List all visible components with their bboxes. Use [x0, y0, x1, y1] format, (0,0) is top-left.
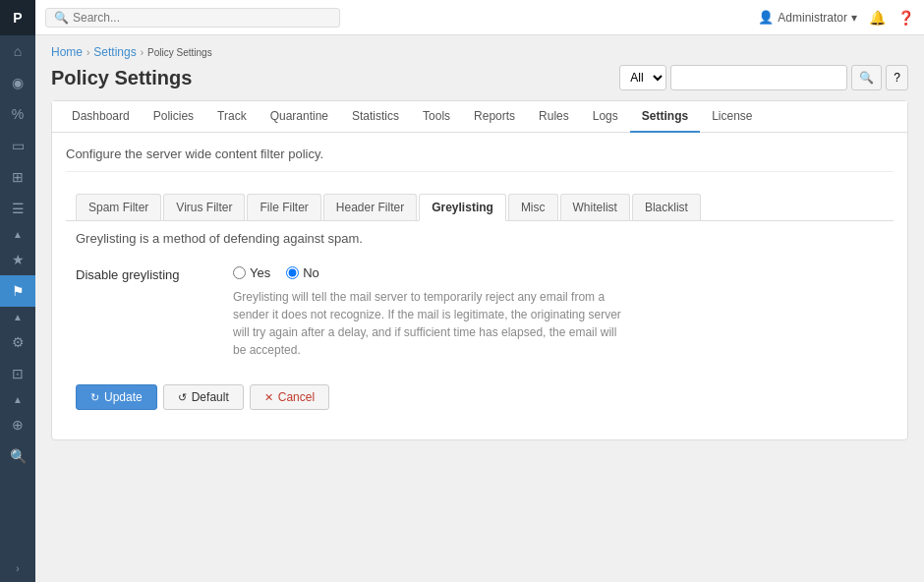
tab-tools[interactable]: Tools — [411, 101, 462, 133]
topbar-right: 👤 Administrator ▾ 🔔 ❓ — [758, 10, 914, 26]
default-label: Default — [192, 390, 229, 404]
admin-chevron-icon: ▾ — [851, 11, 857, 25]
chevron-up-icon-2: ▲ — [13, 312, 23, 322]
subtab-spam-filter[interactable]: Spam Filter — [76, 194, 161, 220]
tab-logs[interactable]: Logs — [581, 101, 630, 133]
help-icon[interactable]: ❓ — [897, 10, 914, 26]
tab-dashboard[interactable]: Dashboard — [60, 101, 142, 133]
content-area: Home › Settings › Policy Settings Policy… — [35, 35, 924, 582]
sidebar-section-3[interactable]: ▲ — [0, 389, 35, 409]
search-input[interactable] — [73, 11, 331, 25]
chevron-up-icon-3: ▲ — [13, 394, 23, 405]
tab-settings[interactable]: Settings — [630, 101, 700, 133]
breadcrumb-sep-1: › — [87, 47, 89, 58]
main-card: Dashboard Policies Track Quarantine Stat… — [51, 100, 908, 440]
topbar: 🔍 👤 Administrator ▾ 🔔 ❓ — [35, 0, 924, 35]
tab-rules[interactable]: Rules — [527, 101, 581, 133]
sidebar-item-monitor[interactable]: ▭ — [0, 130, 35, 161]
form-controls: Yes No Greylisting will tell the mail se… — [233, 265, 884, 359]
admin-label: Administrator — [778, 11, 847, 25]
tab-track[interactable]: Track — [205, 101, 259, 133]
search-box[interactable]: 🔍 — [45, 8, 340, 28]
panel: Configure the server wide content filter… — [52, 133, 907, 439]
cancel-icon: ✕ — [264, 391, 273, 404]
sidebar-item-star[interactable]: ★ — [0, 244, 35, 275]
search-icon: 🔍 — [54, 11, 69, 25]
update-icon: ↻ — [90, 391, 99, 404]
radio-yes[interactable] — [233, 266, 246, 279]
sidebar-item-percent[interactable]: % — [0, 98, 35, 130]
filter-select[interactable]: All — [619, 65, 666, 90]
radio-yes-label[interactable]: Yes — [233, 265, 270, 280]
page-title-row: Policy Settings All 🔍 ? — [51, 65, 908, 90]
tab-reports[interactable]: Reports — [462, 101, 527, 133]
sidebar-item-lock[interactable]: ⊕ — [0, 409, 35, 440]
sidebar-section-1[interactable]: ▲ — [0, 224, 35, 244]
sidebar-item-apps[interactable]: ⊞ — [0, 161, 35, 193]
breadcrumb: Home › Settings › Policy Settings — [51, 45, 908, 59]
subtab-blacklist[interactable]: Blacklist — [632, 194, 701, 220]
sidebar-collapse-btn[interactable]: › — [0, 554, 35, 582]
greylisting-note: Greylisting is a method of defending aga… — [66, 221, 894, 256]
breadcrumb-settings[interactable]: Settings — [93, 45, 136, 59]
subtabs: Spam Filter Virus Filter File Filter Hea… — [66, 186, 894, 221]
default-icon: ↺ — [178, 391, 187, 404]
sidebar-section-2[interactable]: ▲ — [0, 307, 35, 326]
main-tabs: Dashboard Policies Track Quarantine Stat… — [52, 101, 907, 133]
cancel-label: Cancel — [278, 390, 315, 404]
subtab-header-filter[interactable]: Header Filter — [323, 194, 417, 220]
update-button[interactable]: ↻ Update — [76, 384, 157, 410]
tab-policies[interactable]: Policies — [142, 101, 205, 133]
sidebar-item-users[interactable]: ◉ — [0, 67, 35, 98]
filter-row: All 🔍 ? — [619, 65, 908, 90]
user-icon: 👤 — [758, 10, 774, 25]
filter-help-btn[interactable]: ? — [886, 65, 908, 90]
tab-license[interactable]: License — [700, 101, 764, 133]
admin-link[interactable]: 👤 Administrator ▾ — [758, 10, 857, 25]
main-content: 🔍 👤 Administrator ▾ 🔔 ❓ Home › Settings … — [35, 0, 924, 582]
breadcrumb-sep-2: › — [141, 47, 144, 58]
sidebar-item-search-bottom[interactable]: 🔍 — [0, 440, 35, 472]
update-label: Update — [104, 390, 143, 404]
sidebar: P ⌂ ◉ % ▭ ⊞ ☰ ▲ ★ ⚑ ▲ ⚙ ⊡ ▲ ⊕ 🔍 › — [0, 0, 35, 582]
default-button[interactable]: ↺ Default — [163, 384, 244, 410]
radio-yes-text: Yes — [250, 265, 270, 280]
page-title: Policy Settings — [51, 67, 192, 89]
breadcrumb-home[interactable]: Home — [51, 45, 83, 59]
radio-no-text: No — [303, 265, 319, 280]
form-hint: Greylisting will tell the mail server to… — [233, 288, 626, 359]
subtab-file-filter[interactable]: File Filter — [247, 194, 320, 220]
chevron-up-icon: ▲ — [13, 229, 23, 240]
radio-group-yes-no: Yes No — [233, 265, 884, 280]
action-row: ↻ Update ↺ Default ✕ Cancel — [66, 369, 894, 426]
subtab-virus-filter[interactable]: Virus Filter — [163, 194, 245, 220]
sidebar-item-list[interactable]: ☰ — [0, 193, 35, 224]
radio-no-label[interactable]: No — [286, 265, 319, 280]
panel-description: Configure the server wide content filter… — [66, 146, 894, 172]
subtab-greylisting[interactable]: Greylisting — [419, 194, 506, 221]
radio-no[interactable] — [286, 266, 299, 279]
bell-icon[interactable]: 🔔 — [869, 10, 886, 26]
subtab-whitelist[interactable]: Whitelist — [560, 194, 630, 220]
filter-input[interactable] — [670, 65, 847, 90]
sidebar-item-shield-active[interactable]: ⚑ — [0, 275, 35, 307]
tab-statistics[interactable]: Statistics — [340, 101, 411, 133]
filter-search-btn[interactable]: 🔍 — [851, 65, 882, 90]
form-row-disable-greylisting: Disable greylisting Yes No — [66, 256, 894, 369]
breadcrumb-current: Policy Settings — [147, 47, 212, 58]
sidebar-item-home[interactable]: ⌂ — [0, 35, 35, 67]
tab-quarantine[interactable]: Quarantine — [259, 101, 340, 133]
cancel-button[interactable]: ✕ Cancel — [250, 384, 329, 410]
sidebar-item-blocks[interactable]: ⊡ — [0, 358, 35, 389]
sidebar-item-config[interactable]: ⚙ — [0, 326, 35, 358]
subtab-misc[interactable]: Misc — [508, 194, 558, 220]
sidebar-logo: P — [0, 0, 35, 35]
disable-greylisting-label: Disable greylisting — [76, 265, 233, 282]
